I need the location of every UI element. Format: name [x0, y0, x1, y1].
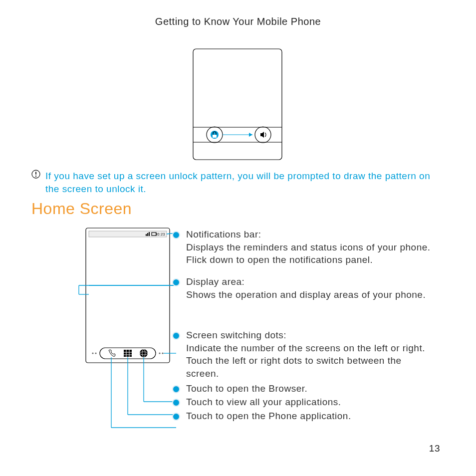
svg-rect-16: [149, 232, 150, 236]
bullet-icon: [172, 231, 180, 239]
callout-display-area: Display area: Shows the operation and di…: [172, 275, 437, 301]
svg-point-31: [162, 352, 163, 354]
note-text: If you have set up a screen unlock patte…: [45, 170, 446, 195]
callout-body: Shows the operation and display areas of…: [186, 289, 426, 300]
callout-body: Touch to view all your applications.: [186, 396, 341, 409]
callout-body: Touch to open the Browser.: [186, 382, 307, 395]
svg-marker-8: [249, 133, 252, 137]
phone-icon: [109, 350, 115, 356]
callout-open-browser: Touch to open the Browser.: [172, 382, 437, 395]
callout-title: Screen switching dots:: [186, 330, 286, 340]
svg-rect-0: [193, 49, 282, 160]
callout-notifications-bar: Notifications bar: Displays the reminder…: [172, 228, 437, 266]
svg-rect-20: [124, 350, 132, 357]
callout-body: Indicate the number of the screens on th…: [186, 343, 425, 379]
pattern-unlock-note: If you have set up a screen unlock patte…: [31, 170, 446, 195]
svg-rect-5: [213, 135, 217, 138]
svg-point-11: [35, 176, 36, 177]
bullet-icon: [172, 278, 180, 286]
section-title-home-screen: Home Screen: [31, 200, 132, 218]
callout-body: Touch to open the Phone application.: [186, 410, 351, 423]
apps-grid-icon: [124, 350, 132, 357]
svg-rect-15: [147, 233, 148, 236]
callout-list: Notifications bar: Displays the reminder…: [172, 228, 437, 427]
alert-icon: [31, 170, 40, 179]
manual-page: Getting to Know Your Mobile Phone: [0, 0, 476, 476]
svg-rect-10: [35, 172, 36, 175]
callout-view-apps: Touch to view all your applications.: [172, 396, 437, 409]
bullet-icon: [172, 413, 180, 421]
unlock-diagram: [191, 47, 285, 162]
speaker-icon: [260, 132, 266, 138]
callout-body: Displays the reminders and status icons …: [186, 242, 431, 265]
status-time: 10:23: [155, 233, 165, 236]
browser-globe-icon: [140, 349, 148, 357]
svg-point-25: [140, 349, 148, 357]
callout-screen-dots: Screen switching dots: Indicate the numb…: [172, 329, 437, 380]
lock-icon: [211, 131, 219, 139]
page-number: 13: [429, 443, 440, 454]
home-screen-diagram: 10:23: [85, 227, 172, 437]
page-header: Getting to Know Your Mobile Phone: [0, 16, 476, 27]
callout-open-phone-app: Touch to open the Phone application.: [172, 410, 437, 423]
svg-point-29: [95, 352, 96, 354]
svg-point-28: [92, 352, 93, 354]
bullet-icon: [172, 399, 180, 407]
bullet-icon: [172, 385, 180, 393]
svg-point-30: [159, 352, 160, 354]
svg-rect-12: [86, 228, 170, 363]
callout-title: Notifications bar:: [186, 229, 261, 239]
svg-rect-14: [146, 234, 147, 236]
callout-title: Display area:: [186, 276, 244, 287]
bullet-icon: [172, 332, 180, 340]
